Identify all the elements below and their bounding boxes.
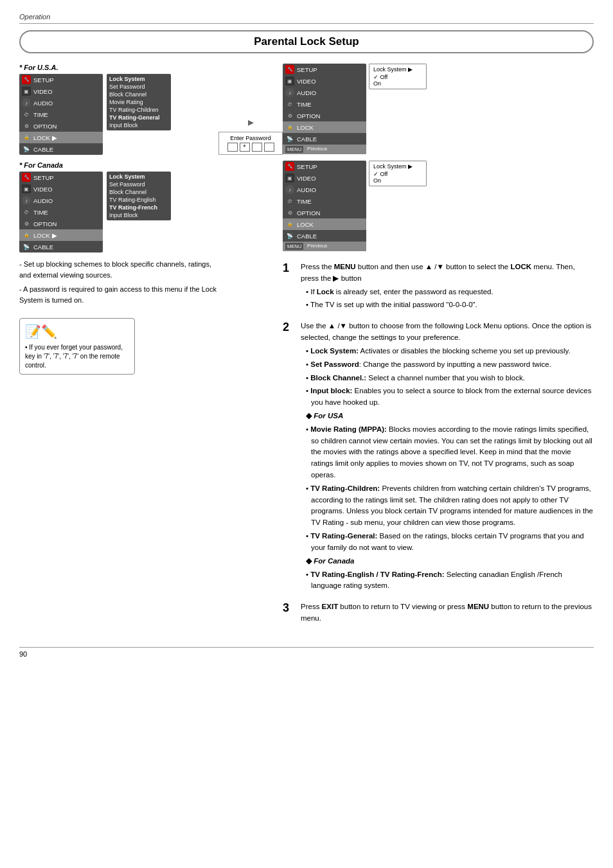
canada-r-audio-row: ♪ AUDIO xyxy=(283,184,366,195)
usa-r-option-row: ⚙ OPTION xyxy=(283,110,366,121)
menu-row-cable: 📡 CABLE xyxy=(19,143,103,155)
canada-r-time-label: TIME xyxy=(297,198,312,205)
bottom-divider xyxy=(19,647,594,648)
usa-tv-rating-general: TV Rating-General xyxy=(109,114,168,121)
usa-set-password: Set Password xyxy=(109,83,168,91)
step-2-bullet-tv-english-french: • TV Rating-English / TV Rating-French: … xyxy=(306,569,594,592)
usa-lock-system-title: Lock System ▶ xyxy=(373,66,413,73)
canada-setup-row: 🔧 SETUP xyxy=(19,172,103,183)
canada-lock-label: LOCK ▶ xyxy=(33,232,57,239)
step-1: 1 Press the MENU button and then use ▲ /… xyxy=(283,261,594,313)
page-title-box: Parental Lock Setup xyxy=(19,30,594,53)
step-1-content: Press the MENU button and then use ▲ /▼ … xyxy=(301,261,594,313)
canada-section: * For Canada 🔧 SETUP ▣ VIDEO ♪ AUDIO xyxy=(19,161,218,252)
canada-on-option: On xyxy=(373,177,422,184)
canada-right-panels: 🔧 SETUP ▣ VIDEO ♪ AUDIO ⏱ TIME xyxy=(283,161,594,251)
tip-icon: 📝✏️ xyxy=(25,323,129,341)
step-3-content: Press EXIT button to return to TV viewin… xyxy=(301,601,594,626)
canada-cable-icon: 📡 xyxy=(22,242,31,251)
step-1-bullet-1: • If Lock is already set, enter the pass… xyxy=(306,287,594,298)
usa-label: * For U.S.A. xyxy=(19,64,218,71)
canada-tv-rating-english: TV Rating-English xyxy=(109,196,168,204)
canada-option-icon: ⚙ xyxy=(22,219,31,228)
usa-tv-rating-children: TV Rating-Children xyxy=(109,106,168,114)
usa-r-previous: Previous xyxy=(307,146,327,153)
usa-r-time-row: ⏱ TIME xyxy=(283,98,366,110)
canada-menu-panel: 🔧 SETUP ▣ VIDEO ♪ AUDIO ⏱ TIME xyxy=(19,172,103,252)
step-3: 3 Press EXIT button to return to TV view… xyxy=(283,601,594,626)
usa-input-block: Input Block xyxy=(109,121,168,129)
canada-r-time-icon: ⏱ xyxy=(285,197,294,206)
arrow-right: ▸ xyxy=(248,102,254,129)
canada-r-cable-row: 📡 CABLE xyxy=(283,230,366,242)
time-icon: ⏱ xyxy=(22,110,31,119)
canada-r-menu-btn: MENU xyxy=(285,243,303,250)
canada-lock-system-title: Lock System ▶ xyxy=(373,163,413,170)
step-2-bullet-tv-children: • TV Rating-Children: Prevents children … xyxy=(306,483,594,529)
canada-block-channel: Block Channel xyxy=(109,188,168,196)
step-2-bullet-input-block: • Input block: Enables you to select a s… xyxy=(306,385,594,409)
canada-r-audio-icon: ♪ xyxy=(285,185,294,194)
usa-right-panels: 🔧 SETUP ▣ VIDEO ♪ AUDIO ⏱ TIME xyxy=(283,64,594,154)
option-icon: ⚙ xyxy=(22,121,31,130)
usa-r-lock-label: LOCK xyxy=(297,124,314,131)
usa-r-audio-row: ♪ AUDIO xyxy=(283,87,366,98)
usa-r-time-label: TIME xyxy=(297,101,312,108)
usa-off-option: ✓ Off xyxy=(373,74,422,80)
canada-r-video-row: ▣ VIDEO xyxy=(283,172,366,184)
canada-set-password: Set Password xyxy=(109,181,168,188)
menu-row-audio: ♪ AUDIO xyxy=(19,97,103,109)
usa-r-video-label: VIDEO xyxy=(297,78,316,85)
step-2-bullet-set-password: • Set Password: Change the password by i… xyxy=(306,359,594,371)
usa-lock-system: Lock System xyxy=(109,75,168,83)
step-3-text: Press EXIT button to return to TV viewin… xyxy=(301,601,594,624)
canada-setup-icon: 🔧 xyxy=(22,173,31,182)
password-field-1 xyxy=(227,143,238,152)
step-1-number: 1 xyxy=(283,261,296,313)
password-field-4 xyxy=(264,143,274,152)
usa-r-video-row: ▣ VIDEO xyxy=(283,75,366,87)
usa-on-option: On xyxy=(373,80,422,87)
canada-video-label: VIDEO xyxy=(33,186,53,193)
operation-label: Operation xyxy=(19,13,594,21)
canada-r-option-row: ⚙ OPTION xyxy=(283,207,366,218)
canada-r-time-row: ⏱ TIME xyxy=(283,195,366,207)
canada-r-lock-label: LOCK xyxy=(297,221,314,228)
canada-time-label: TIME xyxy=(33,209,48,216)
canada-r-previous: Previous xyxy=(307,243,327,250)
canada-r-video-icon: ▣ xyxy=(285,173,294,182)
password-field-3 xyxy=(252,143,262,152)
canada-r-lock-row: 🔒 LOCK xyxy=(283,218,366,230)
usa-r-lock-row: 🔒 LOCK xyxy=(283,121,366,133)
step-2-text: Use the ▲ /▼ button to choose from the f… xyxy=(301,321,594,344)
usa-r-setup-icon: 🔧 xyxy=(285,65,294,74)
note-1: - Set up blocking schemes to block speci… xyxy=(19,259,218,280)
usa-r-lock-icon: 🔒 xyxy=(285,123,294,132)
canada-video-row: ▣ VIDEO xyxy=(19,183,103,195)
canada-cable-label: CABLE xyxy=(33,244,53,251)
usa-r-setup-row: 🔧 SETUP xyxy=(283,64,366,75)
password-fields: * xyxy=(223,143,278,152)
left-column: * For U.S.A. 🔧 SETUP ▣ VIDEO ♪ AUDIO xyxy=(19,64,218,634)
canada-r-option-label: OPTION xyxy=(297,209,320,217)
menu-row-setup: 🔧 SETUP xyxy=(19,74,103,85)
step-2-for-usa: ◆ For USA xyxy=(306,411,594,422)
canada-r-audio-label: AUDIO xyxy=(297,186,316,193)
usa-r-audio-icon: ♪ xyxy=(285,88,294,97)
usa-r-option-label: OPTION xyxy=(297,112,320,120)
usa-right-section: 🔧 SETUP ▣ VIDEO ♪ AUDIO ⏱ TIME xyxy=(283,64,594,154)
canada-r-cable-label: CABLE xyxy=(297,233,317,240)
usa-lock-system-submenu: Lock System ▶ ✓ Off On xyxy=(369,64,427,89)
canada-audio-row: ♪ AUDIO xyxy=(19,195,103,206)
step-2-number: 2 xyxy=(283,321,296,594)
usa-r-video-icon: ▣ xyxy=(285,76,294,85)
usa-menu-panel: 🔧 SETUP ▣ VIDEO ♪ AUDIO ⏱ TIME xyxy=(19,74,103,155)
canada-lock-icon: 🔒 xyxy=(22,231,31,240)
time-label: TIME xyxy=(33,111,48,118)
audio-label: AUDIO xyxy=(33,100,53,107)
canada-time-row: ⏱ TIME xyxy=(19,206,103,218)
step-1-text: Press the MENU button and then use ▲ /▼ … xyxy=(301,261,594,285)
canada-cable-row: 📡 CABLE xyxy=(19,241,103,252)
password-label: Enter Password xyxy=(223,135,278,141)
usa-lock-system-header: Lock System ▶ xyxy=(373,66,422,73)
